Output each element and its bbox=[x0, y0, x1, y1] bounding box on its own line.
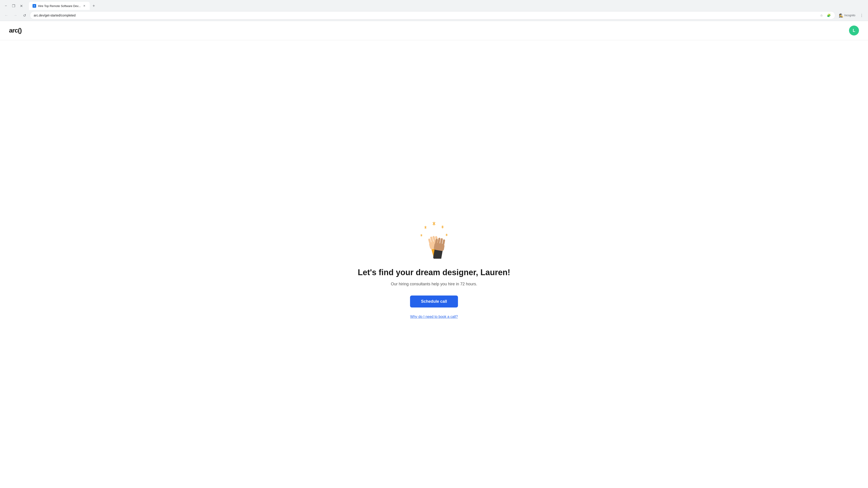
incognito-badge: 🕵️ Incognito bbox=[837, 12, 857, 19]
address-bar-row: ← → ↺ ☆ 🧩 🕵️ Incognito bbox=[0, 10, 868, 21]
url-input[interactable] bbox=[34, 13, 817, 17]
app-main: Let's find your dream designer, Lauren! … bbox=[0, 40, 868, 488]
window-controls: − ❐ ✕ bbox=[3, 3, 24, 9]
close-window-button[interactable]: ✕ bbox=[18, 3, 24, 9]
browser-chrome: − ❐ ✕ A Hire Top Remote Software Dev... … bbox=[0, 0, 868, 21]
tab-title: Hire Top Remote Software Dev... bbox=[38, 4, 81, 8]
celebration-illustration bbox=[414, 218, 454, 259]
maximize-button[interactable]: ❐ bbox=[10, 3, 17, 9]
user-avatar[interactable]: L bbox=[849, 26, 859, 35]
address-bar-icons: ☆ 🧩 bbox=[819, 13, 831, 18]
faq-link[interactable]: Why do I need to book a call? bbox=[410, 315, 458, 319]
schedule-call-button[interactable]: Schedule call bbox=[410, 295, 458, 307]
minimize-button[interactable]: − bbox=[3, 3, 9, 9]
app-logo: arc() bbox=[9, 27, 22, 34]
new-tab-button[interactable]: + bbox=[91, 3, 97, 9]
browser-titlebar: − ❐ ✕ A Hire Top Remote Software Dev... … bbox=[0, 0, 868, 10]
refresh-button[interactable]: ↺ bbox=[21, 12, 28, 19]
sparkles bbox=[421, 222, 447, 236]
browser-menu-button[interactable]: ⋮ bbox=[858, 12, 865, 19]
active-tab[interactable]: A Hire Top Remote Software Dev... ✕ bbox=[29, 2, 90, 10]
address-bar[interactable]: ☆ 🧩 bbox=[30, 11, 835, 20]
tab-favicon: A bbox=[33, 4, 36, 8]
app-header: arc() L bbox=[0, 21, 868, 40]
tabs-bar: A Hire Top Remote Software Dev... ✕ + bbox=[26, 2, 100, 10]
bookmark-button[interactable]: ☆ bbox=[819, 13, 824, 18]
main-subtitle: Our hiring consultants help you hire in … bbox=[391, 282, 477, 287]
forward-button[interactable]: → bbox=[12, 12, 19, 19]
back-button[interactable]: ← bbox=[3, 12, 10, 19]
main-heading: Let's find your dream designer, Lauren! bbox=[358, 268, 510, 277]
tab-close-button[interactable]: ✕ bbox=[83, 4, 86, 8]
svg-rect-26 bbox=[442, 239, 445, 245]
browser-right-controls: 🕵️ Incognito ⋮ bbox=[837, 12, 865, 19]
extensions-button[interactable]: 🧩 bbox=[826, 13, 831, 18]
